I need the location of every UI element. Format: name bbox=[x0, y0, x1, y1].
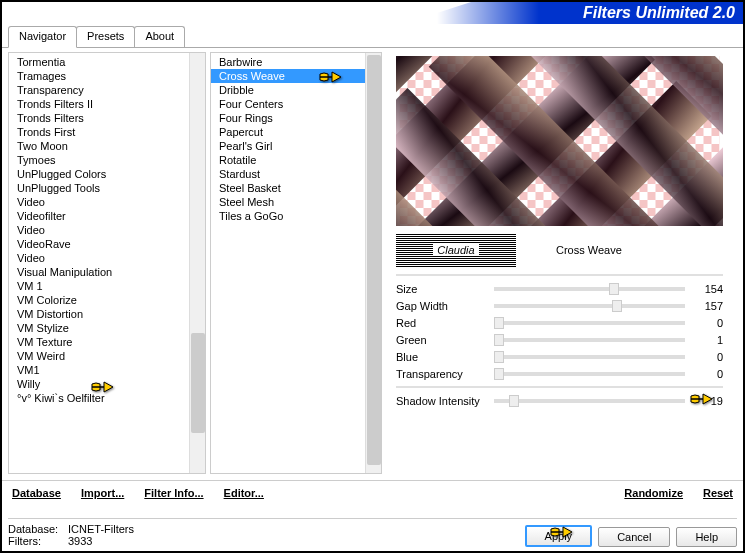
list-item[interactable]: Tronds First bbox=[9, 125, 189, 139]
scrollbar-thumb[interactable] bbox=[191, 333, 205, 433]
param-label: Transparency bbox=[396, 368, 486, 380]
param-value: 0 bbox=[693, 351, 723, 363]
import-button[interactable]: Import... bbox=[81, 487, 124, 499]
list-item[interactable]: Pearl's Girl bbox=[211, 139, 365, 153]
list-item[interactable]: Rotatile bbox=[211, 153, 365, 167]
param-row: Red0 bbox=[396, 314, 723, 331]
filters-value: 3933 bbox=[68, 535, 92, 547]
list-item[interactable]: Transparency bbox=[9, 83, 189, 97]
randomize-button[interactable]: Randomize bbox=[624, 487, 683, 499]
separator bbox=[396, 274, 723, 276]
slider-handle[interactable] bbox=[612, 300, 622, 312]
param-slider[interactable] bbox=[494, 321, 685, 325]
slider-handle[interactable] bbox=[494, 334, 504, 346]
db-label: Database: bbox=[8, 523, 68, 535]
current-filter-name: Cross Weave bbox=[536, 244, 723, 256]
category-list[interactable]: TormentiaTramagesTransparencyTronds Filt… bbox=[9, 53, 189, 473]
watermark-text: Claudia bbox=[433, 244, 478, 256]
list-item[interactable]: VM Colorize bbox=[9, 293, 189, 307]
param-label: Blue bbox=[396, 351, 486, 363]
list-item[interactable]: Visual Manipulation bbox=[9, 265, 189, 279]
reset-button[interactable]: Reset bbox=[703, 487, 733, 499]
tab[interactable]: About bbox=[134, 26, 185, 47]
list-item[interactable]: Willy bbox=[9, 377, 189, 391]
param-row: Gap Width157 bbox=[396, 297, 723, 314]
apply-button[interactable]: Apply bbox=[525, 525, 593, 547]
list-item[interactable]: Cross Weave bbox=[211, 69, 365, 83]
filter-list[interactable]: BarbwireCross WeaveDribbleFour CentersFo… bbox=[211, 53, 365, 473]
list-item[interactable]: VM Weird bbox=[9, 349, 189, 363]
list-item[interactable]: Video bbox=[9, 251, 189, 265]
list-item[interactable]: Tymoes bbox=[9, 153, 189, 167]
param-label: Shadow Intensity bbox=[396, 395, 486, 407]
slider-handle[interactable] bbox=[494, 351, 504, 363]
database-button[interactable]: Database bbox=[12, 487, 61, 499]
app-title: Filters Unlimited 2.0 bbox=[583, 4, 735, 22]
param-row: Green1 bbox=[396, 331, 723, 348]
slider-handle[interactable] bbox=[509, 395, 519, 407]
list-item[interactable]: VideoRave bbox=[9, 237, 189, 251]
param-slider[interactable] bbox=[494, 287, 685, 291]
list-item[interactable]: Dribble bbox=[211, 83, 365, 97]
param-slider[interactable] bbox=[494, 372, 685, 376]
list-item[interactable]: Videofilter bbox=[9, 209, 189, 223]
watermark-logo: Claudia bbox=[396, 233, 516, 267]
filterinfo-button[interactable]: Filter Info... bbox=[144, 487, 203, 499]
list-item[interactable]: Tronds Filters II bbox=[9, 97, 189, 111]
list-item[interactable]: Tormentia bbox=[9, 55, 189, 69]
param-slider[interactable] bbox=[494, 304, 685, 308]
list-item[interactable]: UnPlugged Tools bbox=[9, 181, 189, 195]
list-item[interactable]: VM Stylize bbox=[9, 321, 189, 335]
main: TormentiaTramagesTransparencyTronds Filt… bbox=[2, 48, 743, 478]
list-item[interactable]: Stardust bbox=[211, 167, 365, 181]
shadow-param: Shadow Intensity19 bbox=[396, 392, 723, 409]
tabs: NavigatorPresetsAbout bbox=[2, 26, 743, 48]
list-item[interactable]: Tramages bbox=[9, 69, 189, 83]
preview-svg bbox=[396, 56, 723, 226]
scrollbar-thumb[interactable] bbox=[367, 55, 381, 465]
list-item[interactable]: VM Texture bbox=[9, 335, 189, 349]
slider-handle[interactable] bbox=[494, 317, 504, 329]
param-value: 19 bbox=[693, 395, 723, 407]
watermark-row: Claudia Cross Weave bbox=[396, 232, 723, 268]
list-item[interactable]: Steel Mesh bbox=[211, 195, 365, 209]
list-item[interactable]: VM Distortion bbox=[9, 307, 189, 321]
list-item[interactable]: Video bbox=[9, 195, 189, 209]
list-item[interactable]: Four Centers bbox=[211, 97, 365, 111]
list-item[interactable]: UnPlugged Colors bbox=[9, 167, 189, 181]
list-item[interactable]: Papercut bbox=[211, 125, 365, 139]
list-item[interactable]: VM1 bbox=[9, 363, 189, 377]
scrollbar[interactable] bbox=[189, 53, 205, 473]
param-label: Green bbox=[396, 334, 486, 346]
param-value: 157 bbox=[693, 300, 723, 312]
scrollbar[interactable] bbox=[365, 53, 381, 473]
param-value: 1 bbox=[693, 334, 723, 346]
help-button[interactable]: Help bbox=[676, 527, 737, 547]
editor-button[interactable]: Editor... bbox=[224, 487, 264, 499]
slider-handle[interactable] bbox=[609, 283, 619, 295]
param-slider[interactable] bbox=[494, 399, 685, 403]
list-item[interactable]: Video bbox=[9, 223, 189, 237]
tab[interactable]: Navigator bbox=[8, 26, 77, 48]
list-item[interactable]: Four Rings bbox=[211, 111, 365, 125]
list-item[interactable]: Steel Basket bbox=[211, 181, 365, 195]
list-item[interactable]: Barbwire bbox=[211, 55, 365, 69]
list-item[interactable]: Tiles a GoGo bbox=[211, 209, 365, 223]
category-list-panel: TormentiaTramagesTransparencyTronds Filt… bbox=[8, 52, 206, 474]
list-item[interactable]: °v° Kiwi`s Oelfilter bbox=[9, 391, 189, 405]
separator bbox=[396, 386, 723, 388]
param-row: Size154 bbox=[396, 280, 723, 297]
param-slider[interactable] bbox=[494, 355, 685, 359]
param-row: Blue0 bbox=[396, 348, 723, 365]
tab[interactable]: Presets bbox=[76, 26, 135, 47]
slider-handle[interactable] bbox=[494, 368, 504, 380]
param-slider[interactable] bbox=[494, 338, 685, 342]
preview-panel: Claudia Cross Weave Size154Gap Width157R… bbox=[382, 52, 737, 474]
list-item[interactable]: VM 1 bbox=[9, 279, 189, 293]
header: Filters Unlimited 2.0 bbox=[2, 2, 743, 24]
list-item[interactable]: Two Moon bbox=[9, 139, 189, 153]
list-item[interactable]: Tronds Filters bbox=[9, 111, 189, 125]
cancel-button[interactable]: Cancel bbox=[598, 527, 670, 547]
param-label: Size bbox=[396, 283, 486, 295]
footer: Database:ICNET-Filters Filters:3933 Appl… bbox=[8, 518, 737, 547]
